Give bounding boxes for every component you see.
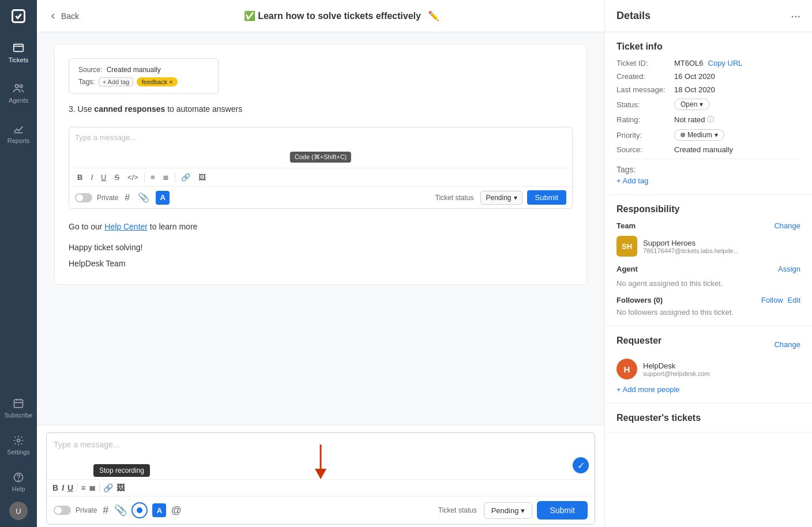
edit-followers-btn[interactable]: Edit — [788, 296, 800, 304]
reply-sep2 — [99, 483, 100, 492]
format-italic-btn[interactable]: I — [88, 172, 95, 183]
reply-link-btn[interactable]: 🔗 — [103, 483, 113, 492]
reply-private-toggle[interactable] — [54, 506, 71, 515]
submit-button[interactable]: Submit — [527, 190, 566, 205]
team-change-btn[interactable]: Change — [774, 221, 800, 230]
add-more-people-btn[interactable]: + Add more people — [616, 385, 800, 394]
checkmark-icon: ✓ — [573, 457, 589, 473]
agent-assign-btn[interactable]: Assign — [778, 265, 800, 273]
format-link-btn[interactable]: 🔗 — [179, 172, 193, 183]
sidebar-item-settings[interactable]: Settings — [0, 428, 37, 462]
step3-suffix: to automate answers — [167, 104, 242, 114]
format-ol-btn[interactable]: ≣ — [160, 172, 171, 183]
no-agent-text: No agent assigned to this ticket. — [616, 279, 800, 288]
user-avatar[interactable]: U — [9, 502, 28, 520]
stop-recording-tooltip: Stop recording — [93, 464, 150, 477]
ticket-scroll-area[interactable]: Source: Created manually Tags: + Add tag… — [37, 32, 604, 425]
reply-italic-btn[interactable]: I — [62, 483, 64, 492]
source-label: Source: — [616, 145, 674, 154]
sidebar-item-reports-label: Reports — [7, 137, 30, 144]
rating-info-icon: ⓘ — [707, 115, 714, 125]
sidebar-item-subscribe[interactable]: Subscribe — [0, 391, 37, 426]
code-tooltip: Code (⌘+Shift+C) — [290, 152, 351, 163]
format-strikethrough-btn[interactable]: S — [112, 172, 122, 183]
help-center-link[interactable]: Help Center — [104, 222, 148, 231]
more-options-btn[interactable]: ··· — [791, 9, 800, 22]
format-image-btn[interactable]: 🖼 — [196, 172, 208, 183]
reply-body[interactable]: Type a message... Stop recording ✓ — [47, 433, 595, 479]
status-label: Status: — [616, 100, 674, 109]
reply-bold-btn[interactable]: B — [52, 483, 58, 492]
add-tag-link[interactable]: + Add tag — [616, 176, 648, 185]
ticket-status-badge[interactable]: Open ▾ — [674, 99, 709, 110]
reply-image-btn[interactable]: 🖼 — [116, 483, 125, 492]
reply-record-btn[interactable] — [131, 502, 148, 518]
format-underline-btn[interactable]: U — [99, 172, 108, 183]
back-button[interactable]: Back — [48, 12, 79, 21]
reply-toolbar: B I U ≡ ≣ 🔗 🖼 — [47, 479, 595, 496]
follow-btn[interactable]: Follow — [761, 296, 783, 304]
right-panel-header: Details ··· — [605, 0, 812, 32]
rating-label: Rating: — [616, 115, 674, 124]
private-toggle[interactable] — [75, 193, 92, 202]
title-text: ✅ Learn how to solve tickets effectively — [244, 11, 421, 21]
reply-underline-btn[interactable]: U — [67, 483, 73, 492]
text-format-btn[interactable]: A — [156, 191, 170, 205]
sidebar-item-help[interactable]: Help — [0, 465, 37, 499]
ticket-status-label: Ticket status — [435, 194, 474, 202]
priority-value: Medium — [687, 131, 712, 139]
source-row: Source: Created manually — [616, 145, 800, 154]
reply-hashtag-btn[interactable]: # — [103, 505, 108, 517]
reply-status-dropdown[interactable]: Pending ▾ — [484, 502, 533, 519]
sidebar-item-reports[interactable]: Reports — [0, 113, 37, 153]
ticket-id-value: MT6OL6 — [674, 59, 704, 67]
inner-editor-toolbar: B I U S </> ≡ ≣ 🔗 🖼 — [69, 168, 572, 186]
reply-placeholder: Type a message... — [54, 440, 119, 449]
last-message-row: Last message: 18 Oct 2020 — [616, 85, 800, 94]
hashtag-btn[interactable]: # — [123, 193, 131, 203]
reply-text-format-btn[interactable]: A — [152, 503, 166, 517]
requester-card: H HelpDesk support@helpdesk.com — [616, 359, 800, 379]
sidebar-item-agents[interactable]: Agents — [0, 73, 37, 113]
main-area: Back ✅ Learn how to solve tickets effect… — [37, 0, 604, 527]
svg-point-4 — [20, 85, 22, 88]
requester-avatar-letter: H — [624, 364, 630, 374]
reply-ul-btn[interactable]: ≡ — [81, 483, 85, 492]
team-label: Team — [616, 221, 636, 230]
settings-label: Settings — [7, 449, 30, 456]
svg-rect-1 — [14, 44, 24, 52]
status-value: Pending — [486, 194, 511, 202]
team-avatar: SH — [616, 236, 637, 257]
inner-editor: Type a message... Code (⌘+Shift+C) B I U… — [69, 127, 573, 209]
svg-point-3 — [16, 85, 19, 88]
copy-url-btn[interactable]: Copy URL — [708, 59, 743, 67]
requester-change-btn[interactable]: Change — [774, 340, 800, 349]
inner-editor-body[interactable]: Type a message... Code (⌘+Shift+C) — [69, 127, 572, 168]
attachment-btn[interactable]: 📎 — [136, 192, 151, 203]
snippet-tag-remove[interactable]: × — [169, 78, 172, 85]
tags-row: + Add tag — [616, 176, 800, 185]
priority-badge[interactable]: Medium ▾ — [674, 129, 724, 141]
created-value: 16 Oct 2020 — [674, 72, 715, 81]
body-line-2: Happy ticket solving! — [69, 241, 573, 255]
format-code-btn[interactable]: </> — [125, 172, 141, 183]
reply-submit-button[interactable]: Submit — [537, 501, 588, 520]
last-message-label: Last message: — [616, 85, 674, 94]
status-select[interactable]: Pending ▾ — [480, 191, 522, 205]
format-ul-btn[interactable]: ≡ — [148, 172, 157, 183]
created-row: Created: 16 Oct 2020 — [616, 72, 800, 81]
reply-at-btn[interactable]: @ — [171, 505, 181, 517]
snippet-add-tag-btn[interactable]: + Add tag — [99, 77, 134, 86]
reply-attachment-btn[interactable]: 📎 — [114, 504, 127, 517]
reply-editor: Type a message... Stop recording ✓ B I — [46, 432, 595, 525]
requester-email: support@helpdesk.com — [643, 370, 710, 377]
reply-ol-btn[interactable]: ≣ — [89, 483, 96, 492]
ticket-info-title: Ticket info — [616, 42, 800, 52]
agent-row: Agent Assign — [616, 265, 800, 273]
team-row: Team Change — [616, 221, 800, 230]
step3-bold: canned responses — [94, 104, 165, 114]
format-bold-btn[interactable]: B — [75, 172, 85, 183]
sidebar-item-tickets[interactable]: Tickets — [0, 32, 37, 73]
edit-icon[interactable]: ✏️ — [428, 11, 439, 21]
reply-status-value: Pending — [491, 506, 519, 515]
